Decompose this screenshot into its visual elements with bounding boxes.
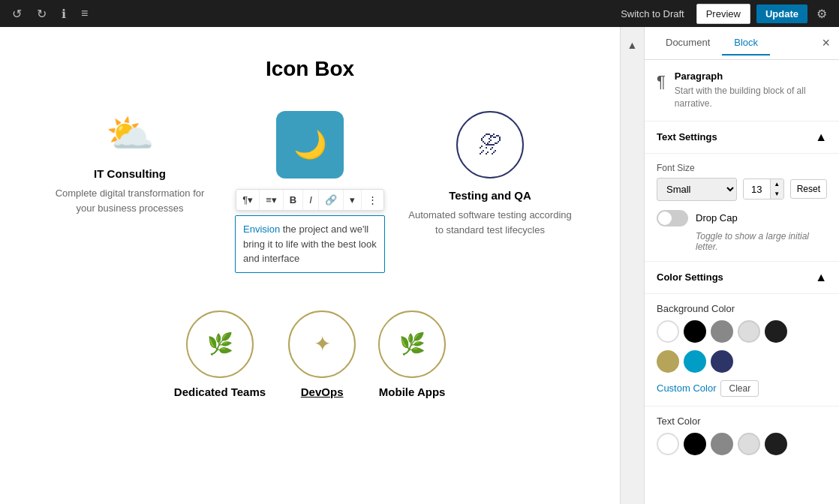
text-swatch-darkblack[interactable] [765, 433, 787, 455]
more-options-button[interactable]: ▾ [344, 190, 362, 210]
leaf-circle-1: 🌿 [186, 310, 254, 378]
icon-box-mobile: 🌿 Mobile Apps [378, 310, 446, 404]
panel-close-button[interactable]: × [822, 35, 830, 51]
editor-canvas[interactable]: Icon Box ⛅ IT Consulting Complete digita… [0, 27, 620, 504]
preview-button[interactable]: Preview [696, 4, 750, 24]
text-swatch-black[interactable] [684, 433, 706, 455]
info-button[interactable]: ℹ [59, 4, 69, 24]
box1-title: IT Consulting [94, 167, 166, 180]
link-button[interactable]: 🔗 [319, 190, 344, 210]
selected-text-block[interactable]: Envision the project and we'll bring it … [235, 215, 385, 273]
panel-tabs-left: Document Block [654, 31, 770, 56]
font-size-spinners: ▲ ▼ [770, 179, 783, 199]
swatch-tan[interactable] [657, 350, 679, 373]
font-size-label: Font Size [657, 163, 827, 173]
font-size-input[interactable]: 13 [744, 180, 770, 199]
font-size-select[interactable]: Small [657, 178, 737, 201]
update-button[interactable]: Update [756, 4, 807, 23]
cloud-rain-circle: ⛈ [456, 111, 524, 178]
drop-cap-toggle[interactable] [657, 210, 688, 226]
sun-gear-circle: ✦ [288, 310, 356, 378]
color-settings-label: Color Settings [657, 272, 723, 283]
text-settings-header[interactable]: Text Settings ▲ [645, 122, 839, 154]
main-area: Icon Box ⛅ IT Consulting Complete digita… [0, 27, 839, 504]
tab-block[interactable]: Block [722, 31, 770, 56]
page-title: Icon Box [30, 57, 590, 81]
clear-color-button[interactable]: Clear [720, 380, 759, 397]
swatch-gray[interactable] [711, 320, 733, 343]
moon-icon-square: 🌙 [276, 111, 344, 178]
background-color-label: Background Color [657, 303, 827, 314]
tab-document[interactable]: Document [654, 31, 722, 56]
redo-button[interactable]: ↻ [34, 4, 50, 24]
extra-options-button[interactable]: ⋮ [362, 190, 383, 210]
box4-title: Dedicated Teams [174, 386, 266, 398]
swatch-lightgray[interactable] [738, 320, 760, 343]
block-info: ¶ Paragraph Start with the building bloc… [645, 60, 839, 122]
weather-icon: ⛅ [106, 111, 155, 157]
text-settings-chevron: ▲ [815, 130, 827, 144]
text-color-section: Text Color [645, 406, 839, 472]
text-color-swatches-row1 [657, 433, 827, 455]
sidebar-collapse-button[interactable]: ▲ [620, 27, 644, 504]
toolbar-left: ↺ ↻ ℹ ≡ [9, 4, 91, 24]
inline-toolbar: ¶ ▾ ≡ ▾ B I 🔗 ▾ ⋮ [236, 189, 384, 211]
paragraph-icon: ¶ [242, 194, 248, 206]
toggle-track [657, 210, 688, 226]
font-size-number: 13 ▲ ▼ [743, 178, 784, 200]
custom-color-row: Custom Color Clear [657, 380, 827, 397]
box3-title: Testing and QA [449, 189, 531, 202]
swatch-navy[interactable] [711, 350, 733, 373]
font-size-reset-button[interactable]: Reset [790, 179, 827, 199]
block-name: Paragraph [675, 70, 827, 82]
icon-box-devops: ✦ DevOps [288, 310, 356, 404]
undo-button[interactable]: ↺ [9, 4, 25, 24]
icon-box-testing: ⛈ Testing and QA Automated software test… [407, 111, 573, 273]
font-size-row: Small 13 ▲ ▼ Reset [657, 178, 827, 201]
drop-cap-label: Drop Cap [696, 212, 738, 224]
font-size-down[interactable]: ▼ [770, 189, 783, 199]
text-swatch-lightgray[interactable] [738, 433, 760, 455]
swatch-white[interactable] [657, 320, 679, 343]
drop-cap-hint: Toggle to show a large initial letter. [696, 231, 827, 252]
leaf-circle-2: 🌿 [378, 310, 446, 378]
swatch-darkblack[interactable] [765, 320, 787, 343]
selected-text: Envision [243, 224, 283, 235]
right-panel: Document Block × ¶ Paragraph Start with … [644, 27, 839, 504]
menu-button[interactable]: ≡ [78, 4, 91, 23]
font-size-up[interactable]: ▲ [770, 179, 783, 189]
bold-button[interactable]: B [284, 190, 303, 210]
color-swatches-row1 [657, 320, 827, 343]
swatch-blue[interactable] [684, 350, 706, 373]
block-info-text: Paragraph Start with the building block … [675, 70, 827, 110]
icon-boxes-row-1: ⛅ IT Consulting Complete digital transfo… [30, 111, 590, 273]
color-swatches-row2 [657, 350, 827, 373]
color-settings-chevron: ▲ [815, 271, 827, 284]
box5-title: DevOps [301, 386, 344, 398]
toolbar-right: Switch to Draft Preview Update ⚙ [615, 4, 830, 24]
block-description: Start with the building block of all nar… [675, 85, 827, 110]
paragraph-style-button[interactable]: ¶ ▾ [236, 190, 260, 210]
text-color-label: Text Color [657, 416, 827, 427]
switch-draft-button[interactable]: Switch to Draft [615, 5, 690, 22]
align-icon: ≡ [266, 194, 272, 206]
paragraph-dropdown-icon: ▾ [248, 194, 253, 206]
icon-box-dedicated: 🌿 Dedicated Teams [174, 310, 266, 404]
icon-box-editing[interactable]: 🌙 ¶ ▾ ≡ ▾ B I 🔗 ▾ ⋮ [235, 111, 385, 273]
icon-box-it-consulting: ⛅ IT Consulting Complete digital transfo… [47, 111, 212, 273]
box3-text: Automated software testing according to … [407, 208, 573, 237]
text-swatch-white[interactable] [657, 433, 679, 455]
text-settings-label: Text Settings [657, 131, 717, 142]
swatch-black[interactable] [684, 320, 706, 343]
top-toolbar: ↺ ↻ ℹ ≡ Switch to Draft Preview Update ⚙ [0, 0, 839, 27]
custom-color-link[interactable]: Custom Color [657, 382, 716, 394]
settings-gear-button[interactable]: ⚙ [813, 4, 830, 24]
text-swatch-gray[interactable] [711, 433, 733, 455]
color-settings-header[interactable]: Color Settings ▲ [645, 262, 839, 294]
italic-button[interactable]: I [303, 190, 319, 210]
text-settings-body: Font Size Small 13 ▲ ▼ Reset [645, 154, 839, 262]
paragraph-block-icon: ¶ [657, 72, 666, 92]
icon-boxes-row-2: 🌿 Dedicated Teams ✦ DevOps 🌿 Mobile Apps [30, 310, 590, 404]
align-button[interactable]: ≡ ▾ [260, 190, 284, 210]
box1-text: Complete digital transformation for your… [47, 186, 212, 215]
